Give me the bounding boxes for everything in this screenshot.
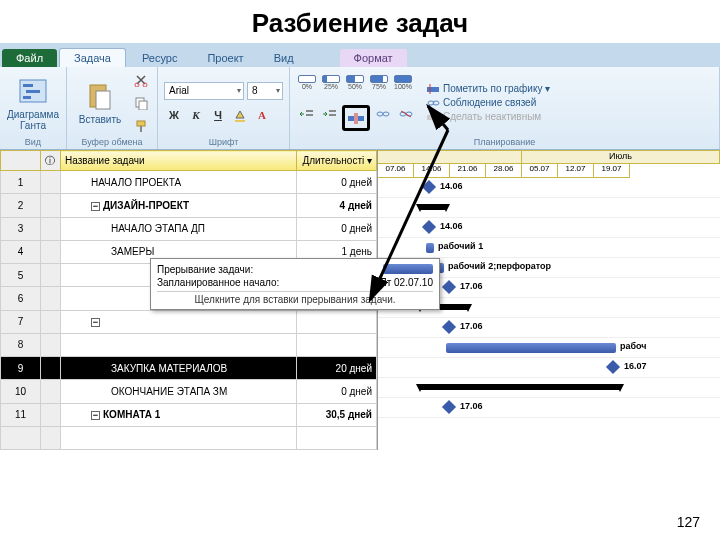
svg-rect-14	[306, 114, 313, 116]
italic-button[interactable]: К	[186, 106, 206, 124]
format-painter-button[interactable]	[131, 116, 151, 136]
milestone[interactable]	[422, 180, 436, 194]
tab-resource[interactable]: Ресурс	[128, 49, 191, 67]
ribbon: Файл Задача Ресурс Проект Вид Формат Диа…	[0, 43, 720, 150]
task-row[interactable]: 8	[1, 333, 377, 356]
copy-button[interactable]	[131, 93, 151, 113]
task-row[interactable]: 11−КОМНАТА 130,5 дней	[1, 403, 377, 426]
group-view: Диаграмма Ганта Вид	[0, 67, 67, 149]
split-task-button[interactable]	[342, 105, 370, 131]
summary-bar[interactable]	[420, 204, 446, 210]
task-row[interactable]	[1, 426, 377, 449]
svg-rect-23	[427, 87, 439, 92]
col-indicators[interactable]: ⓘ	[41, 151, 61, 171]
task-row[interactable]: 2−ДИЗАЙН-ПРОЕКТ4 дней	[1, 194, 377, 217]
tab-view[interactable]: Вид	[260, 49, 308, 67]
underline-button[interactable]: Ч	[208, 106, 228, 124]
gantt-row[interactable]: 16.07	[378, 358, 720, 378]
ribbon-tabs: Файл Задача Ресурс Проект Вид Формат	[0, 43, 720, 67]
col-row[interactable]	[1, 151, 41, 171]
task-row[interactable]: 10ОКОНЧАНИЕ ЭТАПА ЗМ0 дней	[1, 380, 377, 403]
indent-button[interactable]	[319, 105, 339, 123]
gantt-row[interactable]	[378, 198, 720, 218]
tab-file[interactable]: Файл	[2, 49, 57, 67]
day-col: 05.07	[522, 164, 558, 178]
day-col: 07.06	[378, 164, 414, 178]
paste-button[interactable]: Вставить	[73, 80, 127, 125]
milestone[interactable]	[606, 360, 620, 374]
gantt-chart-button[interactable]: Диаграмма Ганта	[6, 75, 60, 131]
day-col: 19.07	[594, 164, 630, 178]
gantt-row[interactable]: рабочий 1	[378, 238, 720, 258]
font-size-combo[interactable]: 8	[247, 82, 283, 100]
unlink-tasks-button[interactable]	[396, 105, 416, 123]
group-clipboard-label: Буфер обмена	[73, 136, 151, 147]
font-name-combo[interactable]: Arial	[164, 82, 244, 100]
milestone[interactable]	[442, 280, 456, 294]
col-name[interactable]: Название задачи	[61, 151, 297, 171]
gantt-row[interactable]: 14.06	[378, 178, 720, 198]
pct-0[interactable]: 0%	[296, 75, 318, 97]
tab-project[interactable]: Проект	[193, 49, 257, 67]
task-row[interactable]: 9ЗАКУПКА МАТЕРИАЛОВ20 дней	[1, 357, 377, 380]
percent-complete-row: 0% 25% 50% 75% 100%	[296, 75, 416, 97]
task-bar[interactable]	[426, 243, 434, 253]
group-view-label: Вид	[6, 136, 60, 147]
pct-75[interactable]: 75%	[368, 75, 390, 97]
gantt-row[interactable]: 17.06	[378, 318, 720, 338]
group-font: Arial 8 Ж К Ч A Шрифт	[158, 67, 290, 149]
group-schedule-label: Планирование	[296, 136, 713, 147]
pct-100[interactable]: 100%	[392, 75, 414, 97]
gantt-row[interactable]: 17.06	[378, 398, 720, 418]
svg-point-19	[377, 112, 383, 116]
gantt-row[interactable]: рабоч	[378, 338, 720, 358]
svg-rect-2	[26, 90, 40, 93]
task-row[interactable]: 7−	[1, 310, 377, 333]
svg-rect-12	[235, 120, 245, 122]
cut-button[interactable]	[131, 70, 151, 90]
respect-links-button[interactable]: Соблюдение связей	[426, 97, 550, 109]
group-schedule: 0% 25% 50% 75% 100%	[290, 67, 720, 149]
svg-rect-5	[96, 91, 110, 109]
tooltip-start-value: Пт 02.07.10	[380, 277, 433, 288]
group-clipboard: Вставить Буфер обмена	[67, 67, 158, 149]
tooltip-title: Прерывание задачи:	[157, 264, 253, 275]
gantt-row[interactable]: 14.06	[378, 218, 720, 238]
bold-button[interactable]: Ж	[164, 106, 184, 124]
pct-25[interactable]: 25%	[320, 75, 342, 97]
paste-icon	[84, 80, 116, 112]
tab-format[interactable]: Формат	[340, 49, 407, 67]
sheet-area: ⓘ Название задачи Длительності ▾ 1НАЧАЛО…	[0, 150, 720, 450]
svg-rect-11	[140, 126, 142, 132]
svg-rect-26	[427, 115, 439, 120]
tab-task[interactable]: Задача	[59, 48, 126, 67]
paste-label: Вставить	[79, 114, 121, 125]
outdent-button[interactable]	[296, 105, 316, 123]
milestone[interactable]	[442, 320, 456, 334]
svg-rect-9	[139, 101, 147, 110]
inactivate-button[interactable]: Сделать неактивным	[426, 111, 550, 123]
task-row[interactable]: 3НАЧАЛО ЭТАПА ДП0 дней	[1, 217, 377, 240]
fill-color-button[interactable]	[230, 106, 250, 124]
svg-rect-13	[306, 110, 313, 112]
milestone[interactable]	[422, 220, 436, 234]
task-row[interactable]: 1НАЧАЛО ПРОЕКТА0 дней	[1, 171, 377, 194]
gantt-label: Диаграмма Ганта	[6, 109, 60, 131]
summary-bar[interactable]	[420, 384, 620, 390]
col-duration[interactable]: Длительності ▾	[297, 151, 377, 171]
link-tasks-button[interactable]	[373, 105, 393, 123]
group-font-label: Шрифт	[164, 136, 283, 147]
page-number: 127	[677, 514, 700, 530]
month-label: Июль	[522, 150, 720, 164]
gantt-icon	[17, 75, 49, 107]
pct-50[interactable]: 50%	[344, 75, 366, 97]
gantt-row[interactable]	[378, 378, 720, 398]
day-col: 14.06	[414, 164, 450, 178]
task-bar[interactable]	[446, 343, 616, 353]
mark-on-track-button[interactable]: Пометить по графику ▾	[426, 83, 550, 95]
ribbon-body: Диаграмма Ганта Вид Вставить Буфер	[0, 67, 720, 149]
slide-title: Разбиение задач	[0, 0, 720, 43]
svg-rect-1	[23, 84, 33, 87]
milestone[interactable]	[442, 400, 456, 414]
font-color-button[interactable]: A	[252, 106, 272, 124]
